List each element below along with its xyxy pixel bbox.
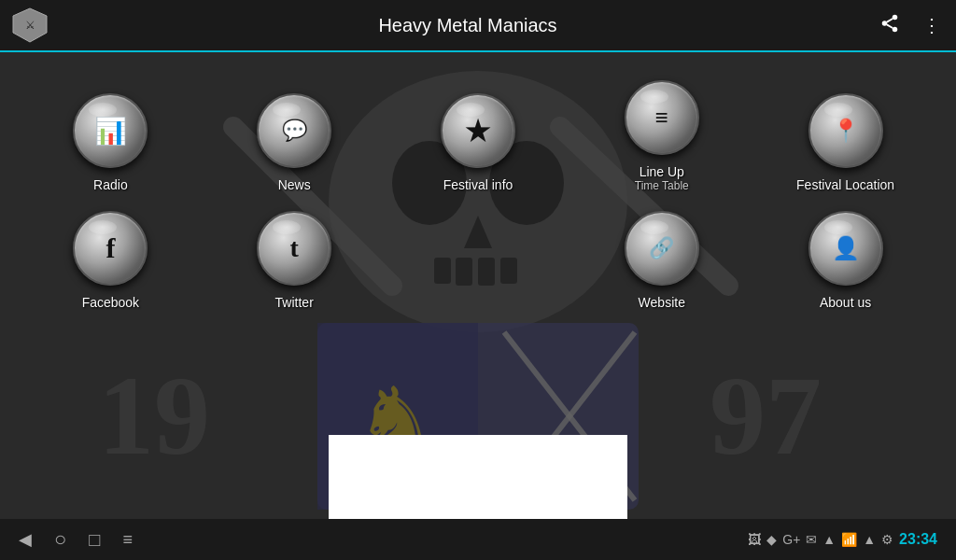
twitter-icon: t <box>290 233 299 263</box>
wifi-icon: 📶 <box>841 532 857 547</box>
svg-text:⚔: ⚔ <box>25 19 35 32</box>
bottom-nav-icons: ◀ ○ □ ≡ <box>19 527 133 552</box>
signal-icon: ▲ <box>822 532 836 547</box>
settings-icon: ⚙ <box>881 532 893 547</box>
menu-bottom-row: f Facebook t Twitter 🔗 Website 👤 About u… <box>0 202 956 338</box>
network-icon: ▲ <box>863 532 876 547</box>
facebook-button[interactable]: f <box>73 211 148 286</box>
menu-item-lineup[interactable]: ≡ Line Up Time Table <box>615 71 709 202</box>
svg-point-4 <box>893 26 898 31</box>
svg-line-5 <box>887 24 893 28</box>
lineup-label: Line Up <box>640 164 684 179</box>
svg-point-3 <box>882 21 888 26</box>
recents-button[interactable]: □ <box>89 529 100 551</box>
menu-item-about[interactable]: 👤 About us <box>799 202 893 319</box>
status-time: 23:34 <box>899 531 937 548</box>
location-icon: 📍 <box>832 118 860 144</box>
app-title: Heavy Metal Maniacs <box>60 15 876 36</box>
news-label: News <box>278 177 311 192</box>
radio-button[interactable]: 📊 <box>73 93 148 168</box>
photo-icon: 🖼 <box>748 532 761 547</box>
facebook-icon: f <box>105 232 115 264</box>
status-icons: 🖼 ◆ G+ ✉ ▲ 📶 ▲ ⚙ 23:34 <box>748 531 937 548</box>
festival-info-icon: ★ <box>465 115 490 147</box>
content-popup <box>329 435 627 519</box>
facebook-label: Facebook <box>82 295 139 310</box>
festival-info-label: Festival info <box>443 177 513 192</box>
dropbox-icon: ◆ <box>766 532 777 547</box>
twitter-button[interactable]: t <box>257 211 331 286</box>
svg-point-2 <box>893 14 898 20</box>
overflow-menu-button[interactable]: ⋮ <box>919 10 945 40</box>
website-label: Website <box>639 295 685 310</box>
website-button[interactable]: 🔗 <box>625 211 699 286</box>
menu-item-news[interactable]: 💬 News <box>247 84 341 202</box>
menu-top-row: 📊 Radio 💬 News ★ Festival info ≡ Line Up… <box>0 52 956 202</box>
news-icon: 💬 <box>282 119 307 143</box>
menu-item-twitter[interactable]: t Twitter <box>247 202 341 319</box>
about-icon: 👤 <box>832 235 860 261</box>
about-button[interactable]: 👤 <box>808 211 883 286</box>
back-button[interactable]: ◀ <box>19 529 32 550</box>
top-bar: ⚔ Heavy Metal Maniacs ⋮ <box>0 0 956 52</box>
svg-text:97: 97 <box>710 354 822 478</box>
twitter-label: Twitter <box>275 295 314 310</box>
menu-item-festival-info[interactable]: ★ Festival info <box>431 84 525 202</box>
app-logo: ⚔ <box>11 7 49 44</box>
home-button[interactable]: ○ <box>54 527 66 552</box>
bottom-bar: ◀ ○ □ ≡ 🖼 ◆ G+ ✉ ▲ 📶 ▲ ⚙ 23:34 <box>0 519 956 560</box>
website-icon: 🔗 <box>649 236 674 260</box>
festival-info-button[interactable]: ★ <box>441 93 515 168</box>
about-label: About us <box>820 295 871 310</box>
menu-item-facebook[interactable]: f Facebook <box>63 202 157 319</box>
main-content: ♞ 19 97 📊 Radio 💬 News ★ <box>0 52 956 519</box>
svg-line-6 <box>887 18 893 21</box>
radio-icon: 📊 <box>94 116 127 147</box>
menu-item-location[interactable]: 📍 Festival Location <box>787 84 904 202</box>
lineup-sublabel: Time Table <box>635 179 689 192</box>
lineup-button[interactable]: ≡ <box>625 80 699 155</box>
radio-label: Radio <box>93 177 128 192</box>
location-button[interactable]: 📍 <box>808 93 883 168</box>
svg-text:19: 19 <box>98 354 210 478</box>
overflow-bottom-button[interactable]: ≡ <box>122 530 133 550</box>
gmail-icon: ✉ <box>806 532 817 547</box>
location-label: Festival Location <box>796 177 894 192</box>
news-button[interactable]: 💬 <box>257 93 331 168</box>
menu-item-website[interactable]: 🔗 Website <box>615 202 709 319</box>
lineup-icon: ≡ <box>655 105 668 131</box>
google-plus-icon: G+ <box>782 532 800 547</box>
share-button[interactable] <box>876 9 904 42</box>
menu-item-radio[interactable]: 📊 Radio <box>63 84 157 202</box>
